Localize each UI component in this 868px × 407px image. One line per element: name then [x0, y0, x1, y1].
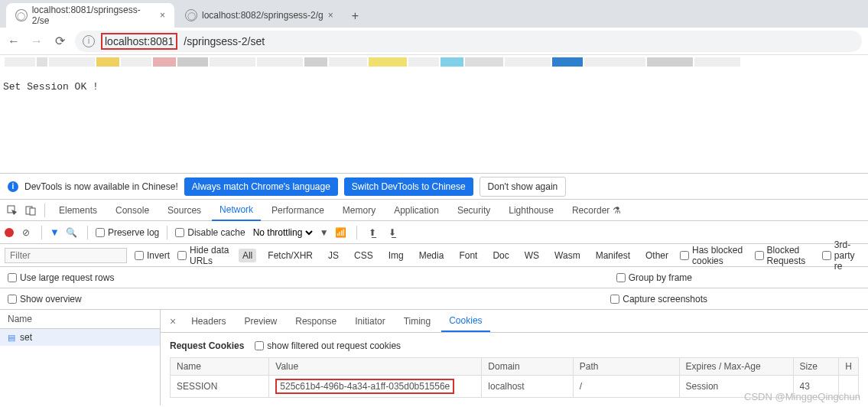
tab-recorder[interactable]: Recorder ⚗	[564, 200, 629, 220]
switch-devtools-language-button[interactable]: Switch DevTools to Chinese	[344, 177, 473, 196]
throttling-select[interactable]: No throttling	[250, 226, 315, 239]
detail-tab-initiator[interactable]: Initiator	[347, 311, 392, 331]
request-list-header: Name	[0, 310, 160, 329]
devtools-language-notice: i DevTools is now available in Chinese! …	[0, 174, 868, 200]
dont-show-again-button[interactable]: Don't show again	[480, 177, 567, 197]
cookie-size: 43	[793, 376, 839, 398]
tab-sources[interactable]: Sources	[160, 200, 209, 220]
tab-performance[interactable]: Performance	[264, 200, 332, 220]
reload-button[interactable]: ⟳	[52, 34, 67, 48]
cookie-expires: Session	[679, 376, 793, 398]
tab-network[interactable]: Network	[212, 200, 261, 221]
record-button[interactable]	[5, 228, 14, 237]
wifi-icon[interactable]: 📶	[333, 227, 349, 238]
browser-tab-2[interactable]: ◯ localhost:8082/springsess-2/g ×	[176, 3, 343, 28]
close-icon[interactable]: ×	[328, 10, 333, 21]
large-request-rows-checkbox[interactable]: Use large request rows	[8, 272, 114, 283]
show-filtered-cookies-checkbox[interactable]: show filtered out request cookies	[255, 340, 401, 351]
filter-type-all[interactable]: All	[239, 249, 256, 262]
col-httponly[interactable]: H	[839, 358, 859, 376]
detail-tab-preview[interactable]: Preview	[237, 311, 285, 331]
forward-button[interactable]: →	[29, 34, 44, 48]
col-path[interactable]: Path	[573, 358, 679, 376]
close-detail-button[interactable]: ×	[165, 315, 180, 327]
request-list: Name ▤ set	[0, 310, 161, 405]
detail-tab-timing[interactable]: Timing	[396, 311, 439, 331]
filter-type-js[interactable]: JS	[324, 249, 343, 262]
tab-title: localhost:8082/springsess-2/g	[202, 10, 323, 21]
request-cookies-title: Request Cookies	[170, 340, 244, 351]
filter-icon[interactable]: ▼	[50, 226, 60, 238]
capture-screenshots-checkbox[interactable]: Capture screenshots	[610, 294, 707, 304]
request-list-item[interactable]: ▤ set	[0, 329, 160, 346]
filter-type-doc[interactable]: Doc	[489, 249, 512, 262]
file-icon: ▤	[8, 333, 15, 343]
close-icon[interactable]: ×	[160, 10, 165, 21]
globe-icon: ◯	[185, 9, 197, 21]
search-icon[interactable]: 🔍	[64, 227, 80, 238]
col-value[interactable]: Value	[269, 358, 482, 376]
show-overview-checkbox[interactable]: Show overview	[8, 294, 82, 304]
filter-type-font[interactable]: Font	[455, 249, 481, 262]
detail-tab-cookies[interactable]: Cookies	[441, 311, 489, 332]
network-toolbar: ⊘ ▼ 🔍 Preserve log Disable cache No thro…	[0, 221, 868, 244]
filter-type-css[interactable]: CSS	[350, 249, 377, 262]
filter-type-media[interactable]: Media	[415, 249, 448, 262]
network-options-row-1: Use large request rows Group by frame	[0, 267, 868, 288]
bookmark-bar	[0, 55, 868, 73]
address-field[interactable]: i localhost:8081/springsess-2/set	[75, 31, 862, 52]
device-toggle-icon[interactable]	[23, 205, 38, 216]
col-size[interactable]: Size	[793, 358, 839, 376]
group-by-frame-checkbox[interactable]: Group by frame	[616, 272, 692, 283]
new-tab-button[interactable]: +	[344, 5, 366, 28]
cookie-value-highlight: 525c61b4-496b-4a34-a1ff-035d0b51556e	[275, 379, 454, 394]
svg-rect-2	[30, 208, 35, 215]
devtools-tab-strip: Elements Console Sources Network Perform…	[0, 200, 868, 221]
detail-tab-headers[interactable]: Headers	[184, 311, 233, 331]
col-name[interactable]: Name	[171, 358, 269, 376]
filter-input[interactable]	[5, 248, 127, 263]
back-button[interactable]: ←	[6, 34, 21, 48]
browser-tab-strip: ◯ localhost:8081/springsess-2/se × ◯ loc…	[0, 0, 868, 28]
preserve-log-checkbox[interactable]: Preserve log	[96, 227, 159, 238]
detail-tab-strip: × Headers Preview Response Initiator Tim…	[161, 310, 868, 333]
notice-text: DevTools is now available in Chinese!	[24, 181, 178, 192]
filter-type-img[interactable]: Img	[385, 249, 408, 262]
tab-elements[interactable]: Elements	[51, 200, 105, 220]
tab-security[interactable]: Security	[450, 200, 498, 220]
inspect-icon[interactable]	[5, 205, 20, 216]
col-domain[interactable]: Domain	[482, 358, 573, 376]
tab-console[interactable]: Console	[108, 200, 157, 220]
tab-memory[interactable]: Memory	[335, 200, 383, 220]
url-path: /springsess-2/set	[184, 35, 265, 47]
has-blocked-cookies-checkbox[interactable]: Has blocked cookies	[680, 245, 747, 266]
flask-icon: ⚗	[613, 205, 621, 216]
browser-tab-1[interactable]: ◯ localhost:8081/springsess-2/se ×	[6, 3, 174, 28]
filter-type-wasm[interactable]: Wasm	[551, 249, 584, 262]
disable-cache-checkbox[interactable]: Disable cache	[175, 227, 245, 238]
download-icon[interactable]: ⬇̲	[385, 227, 400, 238]
filter-type-manifest[interactable]: Manifest	[592, 249, 634, 262]
network-options-row-2: Show overview Capture screenshots	[0, 288, 868, 310]
invert-checkbox[interactable]: Invert	[135, 250, 170, 261]
upload-icon[interactable]: ⬆̲	[365, 227, 380, 238]
filter-type-fetchxhr[interactable]: Fetch/XHR	[264, 249, 317, 262]
request-detail: × Headers Preview Response Initiator Tim…	[161, 310, 868, 405]
clear-button[interactable]: ⊘	[18, 227, 34, 238]
table-header-row: Name Value Domain Path Expires / Max-Age…	[171, 358, 859, 376]
filter-type-ws[interactable]: WS	[521, 249, 543, 262]
hide-data-urls-checkbox[interactable]: Hide data URLs	[177, 245, 231, 266]
cookies-table: Name Value Domain Path Expires / Max-Age…	[170, 357, 859, 398]
devtools-panel: i DevTools is now available in Chinese! …	[0, 173, 868, 405]
col-expires[interactable]: Expires / Max-Age	[679, 358, 793, 376]
network-filter-bar: Invert Hide data URLs All Fetch/XHR JS C…	[0, 244, 868, 267]
blocked-requests-checkbox[interactable]: Blocked Requests	[755, 245, 814, 266]
tab-application[interactable]: Application	[386, 200, 447, 220]
info-icon[interactable]: i	[83, 35, 95, 47]
tab-lighthouse[interactable]: Lighthouse	[501, 200, 561, 220]
filter-type-other[interactable]: Other	[642, 249, 672, 262]
info-icon: i	[8, 181, 18, 192]
detail-tab-response[interactable]: Response	[288, 311, 344, 331]
table-row[interactable]: SESSION 525c61b4-496b-4a34-a1ff-035d0b51…	[171, 376, 859, 398]
always-match-language-button[interactable]: Always match Chrome's language	[184, 177, 338, 196]
